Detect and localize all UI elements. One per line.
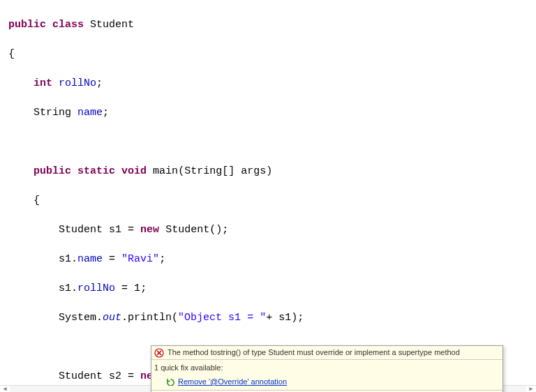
code-line[interactable]: s1.rollNo = 1; (8, 281, 533, 296)
code-line[interactable]: public class Student (8, 17, 533, 32)
scroll-left-arrow[interactable]: ◀ (0, 386, 10, 392)
quickfix-link[interactable]: Remove '@Override' annotation (178, 377, 287, 387)
code-line[interactable]: { (8, 193, 533, 208)
class-name: Student (90, 19, 134, 31)
field-name: name (77, 107, 103, 119)
field-rollNo: rollNo (59, 77, 96, 89)
code-line[interactable]: int rollNo; (8, 76, 533, 91)
error-icon (154, 348, 164, 358)
code-line[interactable]: String name; (8, 105, 533, 120)
field-out: out (103, 312, 121, 324)
code-line[interactable]: Student s1 = new Student(); (8, 223, 533, 237)
code-line[interactable]: System.out.println("Object s1 = "+ s1); (8, 310, 533, 325)
keyword-int: int (34, 77, 52, 89)
scroll-right-arrow[interactable]: ▶ (526, 386, 536, 392)
type-String: String (34, 107, 71, 119)
code-editor[interactable]: public class Student { int rollNo; Strin… (0, 0, 536, 392)
code-line[interactable]: s1.name = "Ravi"; (8, 252, 533, 266)
quickfix-icon (167, 378, 174, 386)
tooltip-error-text: The method tostring() of type Student mu… (168, 347, 460, 358)
tooltip-error-row: The method tostring() of type Student mu… (151, 346, 502, 359)
error-tooltip: The method tostring() of type Student mu… (151, 345, 503, 392)
code-line[interactable]: public static void main(String[] args) (8, 164, 533, 179)
tooltip-quickfix-row: Remove '@Override' annotation (151, 375, 502, 390)
keyword-class: class (52, 19, 84, 31)
tooltip-quickfix-header: 1 quick fix available: (151, 359, 502, 375)
code-line[interactable]: { (8, 47, 533, 61)
keyword-public: public (8, 19, 46, 31)
code-line[interactable] (8, 135, 533, 149)
